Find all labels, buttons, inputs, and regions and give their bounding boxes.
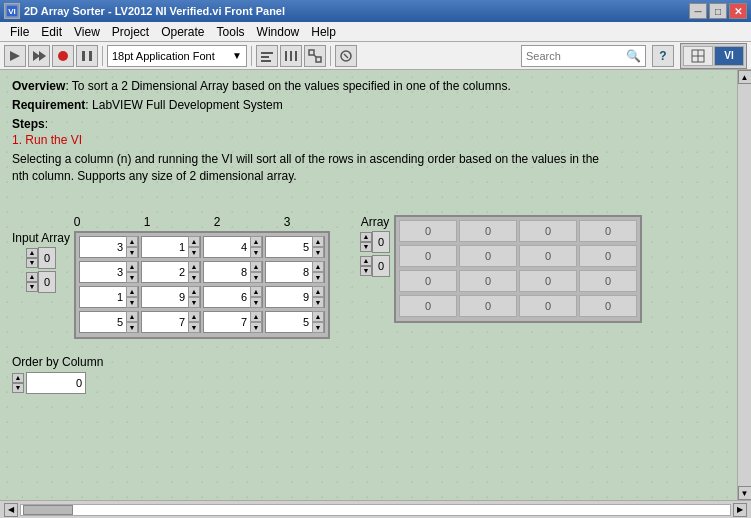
cell-spin-up-0-1[interactable]: ▲	[188, 236, 200, 247]
abort-button[interactable]	[52, 45, 74, 67]
close-button[interactable]: ✕	[729, 3, 747, 19]
row-dec-btn-0[interactable]: ▼	[26, 258, 38, 268]
cell-spin-up-3-1[interactable]: ▲	[188, 311, 200, 322]
cell-spin-up-1-0[interactable]: ▲	[126, 261, 138, 272]
input-cell-1-2[interactable]: 8 ▲ ▼	[203, 261, 263, 283]
cell-spin-0-1: ▲ ▼	[188, 236, 200, 258]
cell-spin-dn-0-2[interactable]: ▼	[250, 247, 262, 258]
cell-spin-up-3-2[interactable]: ▲	[250, 311, 262, 322]
cell-spin-dn-3-2[interactable]: ▼	[250, 322, 262, 333]
out-row-dec-0[interactable]: ▼	[360, 242, 372, 252]
order-dec-btn[interactable]: ▼	[12, 383, 24, 393]
resize-button[interactable]	[304, 45, 326, 67]
cell-spin-dn-1-3[interactable]: ▼	[312, 272, 324, 283]
run-continuously-button[interactable]	[28, 45, 50, 67]
cell-spin-dn-0-3[interactable]: ▼	[312, 247, 324, 258]
app-icon: VI	[4, 3, 20, 19]
svg-rect-11	[285, 51, 287, 61]
distribute-button[interactable]	[280, 45, 302, 67]
input-cell-2-3[interactable]: 9 ▲ ▼	[265, 286, 325, 308]
menu-operate[interactable]: Operate	[155, 23, 210, 41]
menu-edit[interactable]: Edit	[35, 23, 68, 41]
cell-spin-dn-1-1[interactable]: ▼	[188, 272, 200, 283]
menu-project[interactable]: Project	[106, 23, 155, 41]
palette-btn-2[interactable]: VI	[714, 46, 744, 66]
cell-spin-dn-1-2[interactable]: ▼	[250, 272, 262, 283]
input-cell-1-1[interactable]: 2 ▲ ▼	[141, 261, 201, 283]
cell-spin-up-0-0[interactable]: ▲	[126, 236, 138, 247]
input-cell-0-2[interactable]: 4 ▲ ▼	[203, 236, 263, 258]
output-row-3: 0 0 0 0	[398, 294, 638, 318]
font-selector[interactable]: 18pt Application Font ▼	[107, 45, 247, 67]
cell-spin-up-1-3[interactable]: ▲	[312, 261, 324, 272]
menu-help[interactable]: Help	[305, 23, 342, 41]
cell-spin-dn-1-0[interactable]: ▼	[126, 272, 138, 283]
align-left-button[interactable]	[256, 45, 278, 67]
cell-spin-dn-2-0[interactable]: ▼	[126, 297, 138, 308]
run-button[interactable]	[4, 45, 26, 67]
steps-label: Steps	[12, 117, 45, 131]
scroll-up-btn[interactable]: ▲	[738, 70, 752, 84]
font-label: 18pt Application Font	[112, 50, 215, 62]
maximize-button[interactable]: □	[709, 3, 727, 19]
scroll-right-btn[interactable]: ▶	[733, 503, 747, 517]
input-cell-3-1[interactable]: 7 ▲ ▼	[141, 311, 201, 333]
cell-spin-dn-2-2[interactable]: ▼	[250, 297, 262, 308]
input-cell-2-0[interactable]: 1 ▲ ▼	[79, 286, 139, 308]
cell-spin-dn-2-3[interactable]: ▼	[312, 297, 324, 308]
svg-rect-13	[295, 51, 297, 61]
menu-tools[interactable]: Tools	[211, 23, 251, 41]
cell-spin-dn-0-0[interactable]: ▼	[126, 247, 138, 258]
order-inc-btn[interactable]: ▲	[12, 373, 24, 383]
search-input[interactable]	[526, 50, 626, 62]
search-icon[interactable]: 🔍	[626, 49, 641, 63]
cell-spin-dn-0-1[interactable]: ▼	[188, 247, 200, 258]
palette-btn-1[interactable]	[683, 46, 713, 66]
cell-spin-dn-3-0[interactable]: ▼	[126, 322, 138, 333]
cell-spin-up-3-0[interactable]: ▲	[126, 311, 138, 322]
cell-spin-up-2-2[interactable]: ▲	[250, 286, 262, 297]
extra-button[interactable]	[335, 45, 357, 67]
cell-spin-up-2-3[interactable]: ▲	[312, 286, 324, 297]
out-row-inc-0[interactable]: ▲	[360, 232, 372, 242]
cell-spin-up-0-3[interactable]: ▲	[312, 236, 324, 247]
menu-window[interactable]: Window	[251, 23, 306, 41]
input-cell-1-3[interactable]: 8 ▲ ▼	[265, 261, 325, 283]
out-row-inc-1[interactable]: ▲	[360, 256, 372, 266]
input-cell-3-3[interactable]: 5 ▲ ▼	[265, 311, 325, 333]
help-button[interactable]: ?	[652, 45, 674, 67]
out-row-dec-1[interactable]: ▼	[360, 266, 372, 276]
input-cell-2-1[interactable]: 9 ▲ ▼	[141, 286, 201, 308]
cell-spin-up-3-3[interactable]: ▲	[312, 311, 324, 322]
input-cell-2-2[interactable]: 6 ▲ ▼	[203, 286, 263, 308]
input-cell-1-0[interactable]: 3 ▲ ▼	[79, 261, 139, 283]
row-inc-btn-0[interactable]: ▲	[26, 248, 38, 258]
row-dec-btn-1[interactable]: ▼	[26, 282, 38, 292]
scroll-left-btn[interactable]: ◀	[4, 503, 18, 517]
output-array-label: Array	[361, 215, 390, 229]
row-inc-btn-1[interactable]: ▲	[26, 272, 38, 282]
minimize-button[interactable]: ─	[689, 3, 707, 19]
menu-view[interactable]: View	[68, 23, 106, 41]
order-val-cell[interactable]: 0	[26, 372, 86, 394]
input-cell-3-2[interactable]: 7 ▲ ▼	[203, 311, 263, 333]
cell-spin-dn-3-3[interactable]: ▼	[312, 322, 324, 333]
vertical-scrollbar[interactable]: ▲ ▼	[737, 70, 751, 500]
input-cell-0-0[interactable]: 3 ▲ ▼	[79, 236, 139, 258]
cell-spin-up-1-2[interactable]: ▲	[250, 261, 262, 272]
cell-spin-dn-3-1[interactable]: ▼	[188, 322, 200, 333]
input-cell-3-0[interactable]: 5 ▲ ▼	[79, 311, 139, 333]
cell-spin-1-0: ▲ ▼	[126, 261, 138, 283]
cell-val-0-2: 4	[204, 241, 250, 253]
input-cell-0-1[interactable]: 1 ▲ ▼	[141, 236, 201, 258]
input-cell-0-3[interactable]: 5 ▲ ▼	[265, 236, 325, 258]
cell-spin-up-2-0[interactable]: ▲	[126, 286, 138, 297]
pause-button[interactable]	[76, 45, 98, 67]
menu-file[interactable]: File	[4, 23, 35, 41]
scroll-down-btn[interactable]: ▼	[738, 486, 752, 500]
cell-spin-up-0-2[interactable]: ▲	[250, 236, 262, 247]
cell-spin-up-2-1[interactable]: ▲	[188, 286, 200, 297]
cell-spin-dn-2-1[interactable]: ▼	[188, 297, 200, 308]
cell-spin-up-1-1[interactable]: ▲	[188, 261, 200, 272]
horizontal-scrollbar[interactable]	[20, 504, 731, 516]
